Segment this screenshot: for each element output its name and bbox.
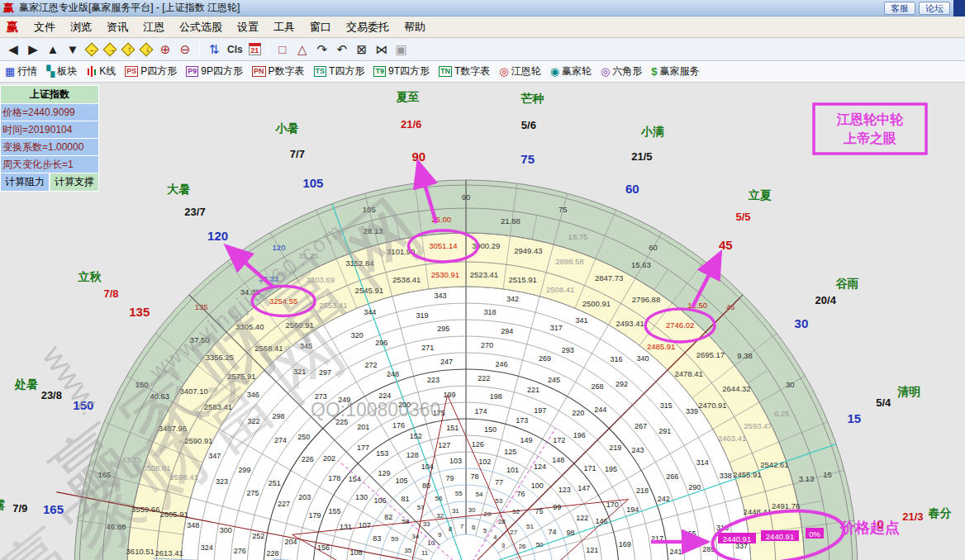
price-outer-value: 2796.88 — [632, 295, 660, 304]
up-arrow-icon[interactable]: ▲ — [43, 42, 63, 56]
pan-up-icon[interactable]: ↑ — [121, 42, 135, 56]
spiral-number: 149 — [521, 436, 533, 444]
solar-term-name: 谷雨 — [835, 277, 859, 290]
rotate-ccw-icon[interactable]: ↶ — [332, 42, 352, 57]
customer-service-button[interactable]: 客服 — [884, 2, 915, 15]
badge-T9: T9 — [373, 66, 386, 77]
percent-value: 21.88 — [501, 216, 521, 225]
percent-value: 9.38 — [737, 351, 753, 360]
spiral-number: 221 — [527, 386, 540, 394]
solar-term-date: 5/4 — [876, 396, 891, 409]
badge-P9: P9 — [186, 66, 198, 77]
menu-item-8[interactable]: 交易委托 — [339, 17, 397, 37]
spiral-number: 152 — [410, 432, 422, 440]
back-icon[interactable]: ◀ — [3, 42, 23, 57]
spiral-number: 218 — [636, 486, 649, 495]
spiral-number: 76 — [516, 490, 525, 498]
toolbar-button-江恩轮[interactable]: ◎江恩轮 — [499, 64, 540, 78]
spiral-number: 74 — [548, 528, 556, 536]
menu-item-6[interactable]: 工具 — [266, 17, 302, 37]
square-tool-icon[interactable]: □ — [273, 42, 292, 56]
toolbar-button-T四方形[interactable]: TST四方形 — [314, 64, 365, 78]
spiral-number: 31 — [452, 507, 459, 515]
solar-term-date: 21/5 — [631, 150, 652, 163]
spiral-number: 227 — [278, 500, 290, 508]
degree-outer-label: 30 — [795, 316, 809, 330]
spiral-number: 170 — [606, 501, 619, 509]
solar-term-date: 7/7 — [290, 148, 305, 160]
calc-support-button[interactable]: 计算支撑 — [50, 173, 99, 192]
forward-icon[interactable]: ▶ — [23, 42, 43, 57]
toolbar-button-T数字表[interactable]: TNT数字表 — [439, 64, 490, 78]
spiral-number: 202 — [323, 454, 335, 463]
blocks-icon: ▚ — [46, 66, 55, 77]
title-bar: 赢 赢家江恩专业版[赢家服务平台] - [上证指数 江恩轮] 客服 论坛 — [0, 0, 965, 17]
quote-panel-title: 上证指数 — [0, 85, 99, 103]
toolbar-button-P四方形[interactable]: PSP四方形 — [125, 64, 177, 78]
spiral-number: 343 — [435, 292, 447, 300]
origin-cell-value: 2440.91 — [723, 534, 751, 543]
menu-item-0[interactable]: 文件 — [26, 17, 63, 37]
calendar-icon[interactable]: 21 — [249, 43, 261, 55]
price-inner-value: 2470.91 — [698, 401, 726, 410]
toolbar-button-label: 江恩轮 — [511, 64, 541, 78]
zoom-in-icon[interactable]: ⊕ — [155, 42, 175, 57]
spiral-number: 314 — [696, 458, 709, 467]
spiral-number: 108 — [349, 548, 362, 557]
degree-inner-label: 90 — [462, 192, 471, 202]
menu-item-4[interactable]: 公式选股 — [172, 17, 230, 37]
down-arrow-icon[interactable]: ▼ — [63, 42, 83, 56]
toolbar-button-9T四方形[interactable]: T99T四方形 — [373, 64, 430, 78]
zoom-out-icon[interactable]: ⊖ — [175, 42, 195, 57]
spiral-number: 292 — [616, 380, 628, 388]
spiral-number: 179 — [309, 511, 321, 520]
gann-wheel-icon: ◎ — [499, 66, 508, 77]
spiral-number: 103 — [449, 457, 462, 465]
spiral-number: 150 — [484, 425, 497, 434]
rotate-cw-icon[interactable]: ↷ — [312, 42, 332, 57]
forum-button[interactable]: 论坛 — [919, 2, 950, 15]
menu-item-7[interactable]: 窗口 — [302, 17, 339, 37]
spiral-number: 295 — [437, 325, 449, 333]
toolbar-button-P数字表[interactable]: PNP数字表 — [252, 64, 305, 78]
calc-resistance-button[interactable]: 计算阻力 — [0, 173, 50, 192]
toolbar-button-赢家服务[interactable]: $赢家服务 — [651, 64, 699, 78]
spiral-number: 98 — [567, 529, 575, 537]
spiral-number: 100 — [531, 482, 544, 490]
spiral-number: 51 — [526, 523, 534, 530]
degree-inner-label: 60 — [649, 243, 658, 252]
pan-down-icon[interactable]: ↓ — [140, 42, 154, 56]
menu-item-5[interactable]: 设置 — [230, 17, 266, 37]
price-inner-value: 2500.91 — [582, 299, 611, 308]
spiral-number: 122 — [576, 514, 588, 522]
toolbar-button-赢家轮[interactable]: ◉赢家轮 — [550, 64, 592, 78]
spiral-number: 82 — [384, 513, 392, 521]
menu-item-3[interactable]: 江恩 — [135, 17, 172, 37]
spiral-number: 171 — [584, 464, 597, 472]
hexagon-icon: ◎ — [601, 66, 610, 77]
menu-item-2[interactable]: 资讯 — [99, 17, 135, 37]
toolbar-button-K线[interactable]: K线 — [86, 64, 116, 78]
axis-scale-icon[interactable]: ⇅ — [204, 42, 224, 57]
spiral-number: 176 — [392, 421, 405, 429]
toolbar-button-行情[interactable]: ▦行情 — [5, 64, 37, 78]
pan-left-icon[interactable]: ← — [85, 42, 99, 56]
cls-button[interactable]: Cls — [227, 44, 243, 55]
triangle-tool-icon[interactable]: △ — [292, 42, 312, 57]
pan-right-icon[interactable]: → — [103, 42, 117, 56]
toolbar-button-9P四方形[interactable]: P99P四方形 — [186, 64, 243, 78]
solar-term-date: 20/4 — [815, 294, 837, 306]
spiral-number: 241 — [669, 548, 682, 556]
spiral-number: 50 — [536, 541, 544, 548]
price-inner-value: 2515.91 — [509, 275, 537, 284]
candlestick-icon — [86, 66, 97, 77]
menu-item-9[interactable]: 帮助 — [397, 17, 433, 37]
spiral-number: 99 — [553, 503, 561, 511]
clipboard-icon[interactable]: ▣ — [392, 42, 411, 57]
center-cross-tool-icon[interactable]: ⋈ — [372, 42, 392, 57]
box-x-tool-icon[interactable]: ⊠ — [352, 42, 372, 57]
toolbar-button-六角形[interactable]: ◎六角形 — [601, 64, 642, 78]
spiral-number: 269 — [539, 354, 551, 363]
toolbar-button-板块[interactable]: ▚板块 — [46, 64, 77, 78]
menu-item-1[interactable]: 浏览 — [63, 17, 99, 37]
